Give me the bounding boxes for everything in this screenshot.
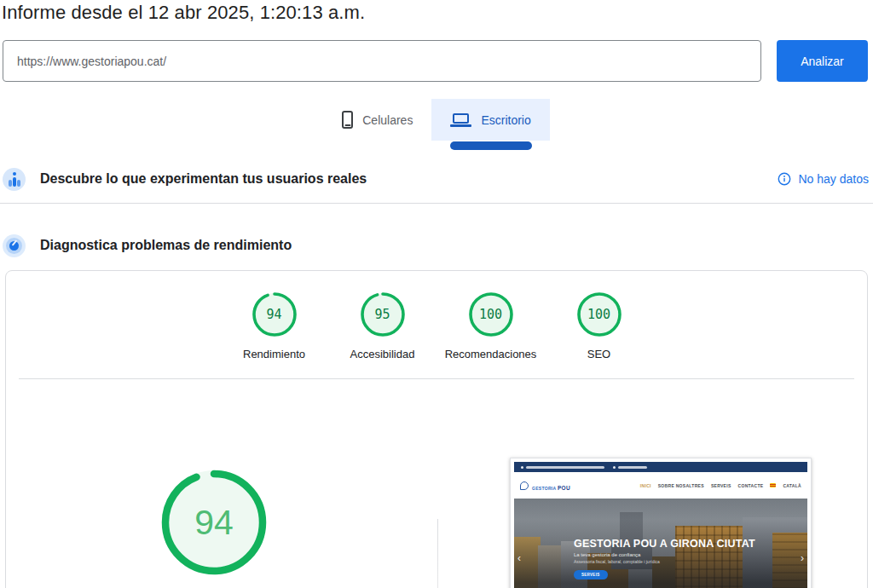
thumb-nav-item: INICI xyxy=(640,483,651,488)
thumb-hero-image: ‹ › GESTORIA POU A GIRONA CIUTAT La teva… xyxy=(514,499,807,588)
thumb-nav-item: SOBRE NOSALTRES xyxy=(658,483,704,488)
carousel-next-icon: › xyxy=(801,553,804,563)
seo-score-value: 100 xyxy=(575,291,623,338)
phone-icon xyxy=(342,111,353,129)
diagnose-section-title: Diagnostica problemas de rendimiento xyxy=(40,238,292,253)
carousel-prev-icon: ‹ xyxy=(517,553,521,563)
catalan-flag-icon xyxy=(770,483,776,487)
performance-score-label: Rendimiento xyxy=(243,348,305,360)
url-input[interactable] xyxy=(3,40,761,82)
accessibility-score-value: 95 xyxy=(359,291,407,338)
selected-tab-indicator xyxy=(450,141,532,150)
thumb-site-header: GESTORIA POU INICI SOBRE NOSALTRES SERVE… xyxy=(514,472,807,499)
thumb-nav-item: SERVEIS xyxy=(711,483,731,488)
device-tabs: Celulares Escritorio xyxy=(0,99,873,153)
accessibility-score-label: Accesibilidad xyxy=(350,348,415,360)
no-data-label: No hay datos xyxy=(799,172,870,186)
seo-gauge: 100 xyxy=(575,291,623,338)
section-field-data[interactable]: Descubre lo que experimentan tus usuario… xyxy=(0,160,873,198)
thumb-nav-item: CONTACTE xyxy=(738,483,764,488)
laptop-icon xyxy=(450,113,471,127)
thumb-site-nav: INICI SOBRE NOSALTRES SERVEIS CONTACTE C… xyxy=(640,483,801,488)
best-practices-gauge: 100 xyxy=(467,291,515,338)
thumb-site-topbar xyxy=(514,462,807,472)
score-best-practices[interactable]: 100 Recomendaciones xyxy=(436,291,545,360)
tab-desktop[interactable]: Escritorio xyxy=(431,99,549,141)
category-scores: 94 Rendimiento 95 Accesibilidad xyxy=(6,291,867,360)
real-users-icon xyxy=(3,168,26,191)
seo-score-label: SEO xyxy=(587,348,610,360)
speedometer-icon xyxy=(3,234,26,257)
section-diagnose[interactable]: Diagnostica problemas de rendimiento xyxy=(0,227,873,264)
best-practices-score-label: Recomendaciones xyxy=(445,348,537,360)
analyze-button[interactable]: Analizar xyxy=(777,40,868,82)
section-divider xyxy=(0,203,873,204)
accessibility-gauge: 95 xyxy=(359,291,407,338)
field-section-title: Descubre lo que experimentan tus usuario… xyxy=(40,171,367,187)
card-divider xyxy=(19,378,854,379)
thumb-site-logo: GESTORIA POU xyxy=(520,479,570,493)
score-accessibility[interactable]: 95 Accesibilidad xyxy=(328,291,436,360)
tab-desktop-label: Escritorio xyxy=(481,113,530,127)
thumb-hero-text: Assessoria fiscal, laboral, comptable i … xyxy=(574,559,755,564)
tab-mobile[interactable]: Celulares xyxy=(323,99,431,141)
best-practices-score-value: 100 xyxy=(467,291,515,338)
tab-mobile-label: Celulares xyxy=(362,113,413,127)
results-card: 94 Rendimiento 95 Accesibilidad xyxy=(5,270,868,588)
main-performance-gauge: 94 xyxy=(159,467,269,578)
main-gauge-value: 94 xyxy=(159,467,269,578)
score-seo[interactable]: 100 SEO xyxy=(545,291,653,360)
no-data-status[interactable]: No hay datos xyxy=(778,172,870,186)
thumb-hero-title: GESTORIA POU A GIRONA CIUTAT xyxy=(574,538,755,550)
site-screenshot-thumbnail[interactable]: GESTORIA POU INICI SOBRE NOSALTRES SERVE… xyxy=(510,458,812,588)
thumb-logo-icon xyxy=(520,481,529,490)
score-performance[interactable]: 94 Rendimiento xyxy=(220,291,328,360)
vertical-divider xyxy=(437,519,438,588)
thumb-nav-item: CATALÀ xyxy=(783,483,801,488)
thumb-hero-subtitle: La teva gestoria de confiança xyxy=(574,552,755,557)
thumb-hero-button: SERVEIS xyxy=(574,570,608,579)
info-icon xyxy=(778,172,791,186)
pagespeed-report: Informe desde el 12 abr 2025, 1:20:13 a.… xyxy=(0,0,873,588)
page-title: Informe desde el 12 abr 2025, 1:20:13 a.… xyxy=(2,2,365,24)
performance-score-value: 94 xyxy=(251,291,298,338)
performance-gauge: 94 xyxy=(251,291,298,338)
